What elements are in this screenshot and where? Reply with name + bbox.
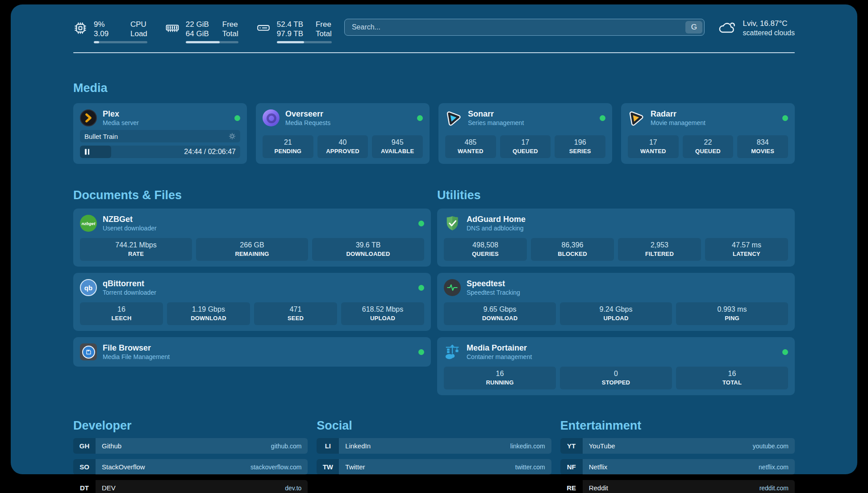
stat-tile: 471SEED	[254, 302, 337, 325]
nzbget-card[interactable]: nzbget NZBGet Usenet downloader 744.21 M…	[73, 209, 431, 267]
link-youtube[interactable]: YT YouTubeyoutube.com	[560, 438, 795, 454]
weather-widget: Lviv, 16.87°C scattered clouds	[717, 18, 795, 38]
sonarr-status-dot-online	[600, 115, 605, 121]
memory-total-value: 64 GiB	[186, 29, 210, 38]
stat-tile: 86,396BLOCKED	[531, 238, 614, 261]
memory-total-label: Total	[222, 29, 238, 38]
stat-tile: 47.57 msLATENCY	[705, 238, 788, 261]
speedtest-subtitle: Speedtest Tracking	[467, 288, 788, 297]
stat-tile: 39.6 TBDOWNLOADED	[312, 238, 424, 261]
utilities-column: Utilities AdGuard Home DNS and adblockin…	[437, 188, 795, 395]
disk-stat: 52.4 TB 97.9 TB Free Total	[256, 20, 332, 43]
memory-free-label: Free	[222, 20, 238, 29]
cpu-load-label: Load	[130, 29, 147, 38]
search-bar: G	[344, 19, 705, 36]
radarr-card[interactable]: Radarr Movie management 17WANTED 22QUEUE…	[621, 103, 795, 164]
link-dev[interactable]: DT DEVdev.to	[73, 480, 308, 493]
portainer-status-dot-online	[782, 349, 788, 355]
link-github[interactable]: GH Githubgithub.com	[73, 438, 308, 454]
sonarr-card[interactable]: Sonarr Series management 485WANTED 17QUE…	[438, 103, 612, 164]
stat-tile: 945AVAILABLE	[372, 135, 423, 158]
speedtest-card[interactable]: Speedtest Speedtest Tracking 9.65 GbpsDO…	[437, 273, 795, 331]
radarr-subtitle: Movie management	[651, 119, 776, 127]
stat-tile: 196SERIES	[555, 135, 605, 158]
stat-tile: 834MOVIES	[737, 135, 788, 158]
link-linkedin[interactable]: LI LinkedInlinkedin.com	[317, 438, 551, 454]
section-title-documents: Documents & Files	[73, 188, 431, 202]
filebrowser-status-dot-online	[418, 349, 424, 355]
memory-free-value: 22 GiB	[186, 20, 210, 29]
cpu-usage-value: 9%	[94, 20, 118, 29]
stat-tile: 17QUEUED	[500, 135, 551, 158]
system-stats: 9% 3.09 CPU Load	[73, 18, 332, 43]
cpu-progress-bar	[94, 41, 147, 43]
disk-free-value: 52.4 TB	[277, 20, 303, 29]
speedtest-icon	[444, 279, 461, 296]
dashboard: 9% 3.09 CPU Load	[11, 4, 857, 474]
nzbget-subtitle: Usenet downloader	[103, 224, 413, 232]
stat-tile: 40APPROVED	[317, 135, 368, 158]
section-title-developer: Developer	[73, 418, 308, 433]
stat-tile: 498,508QUERIES	[444, 238, 527, 261]
section-title-utilities: Utilities	[437, 188, 795, 202]
qbittorrent-subtitle: Torrent downloader	[103, 288, 413, 297]
disk-icon	[256, 20, 271, 43]
plex-progress-bar: 24:44 / 02:06:47	[80, 146, 240, 158]
overseerr-icon	[263, 109, 280, 126]
plex-status-dot-online	[234, 115, 240, 121]
search-input[interactable]	[344, 19, 705, 36]
disk-progress-bar	[277, 41, 332, 43]
entertainment-section: Entertainment YT YouTubeyoutube.com NF N…	[560, 418, 795, 493]
portainer-subtitle: Container management	[467, 353, 776, 361]
qbittorrent-icon: qb	[80, 279, 97, 296]
media-grid: Plex Media server Bullet Train	[73, 103, 795, 164]
stat-tile: 266 GBREMAINING	[196, 238, 308, 261]
qbittorrent-card[interactable]: qb qBittorrent Torrent downloader 16LEEC…	[73, 273, 431, 331]
adguard-title: AdGuard Home	[467, 214, 788, 224]
radarr-status-dot-online	[782, 115, 788, 121]
link-reddit[interactable]: RE Redditreddit.com	[560, 480, 795, 493]
cpu-stat: 9% 3.09 CPU Load	[73, 20, 147, 43]
adguard-icon	[444, 215, 461, 232]
stat-tile: 2,953FILTERED	[618, 238, 701, 261]
nzbget-title: NZBGet	[103, 214, 413, 224]
radarr-title: Radarr	[651, 109, 776, 119]
link-stackoverflow[interactable]: SO StackOverflowstackoverflow.com	[73, 459, 308, 475]
overseerr-card[interactable]: Overseerr Media Requests 21PENDING 40APP…	[256, 103, 430, 164]
section-title-social: Social	[317, 418, 551, 433]
qbittorrent-status-dot-online	[418, 285, 424, 291]
filebrowser-subtitle: Media File Management	[103, 353, 413, 361]
portainer-title: Media Portainer	[467, 343, 776, 353]
social-section: Social LI LinkedInlinkedin.com TW Twitte…	[317, 418, 551, 493]
pause-button[interactable]	[85, 149, 89, 155]
cloud-icon	[717, 19, 737, 37]
adguard-card[interactable]: AdGuard Home DNS and adblocking 498,508Q…	[437, 209, 795, 267]
radarr-icon	[628, 109, 645, 126]
plex-subtitle: Media server	[103, 119, 229, 127]
header-divider	[73, 52, 795, 53]
nzbget-status-dot-online	[418, 221, 424, 226]
stat-tile: 21PENDING	[263, 135, 313, 158]
portainer-card[interactable]: Media Portainer Container management 16R…	[437, 337, 795, 395]
memory-stat: 22 GiB 64 GiB Free Total	[165, 20, 238, 43]
sonarr-subtitle: Series management	[468, 119, 594, 127]
stat-tile: 9.24 GbpsUPLOAD	[560, 302, 672, 325]
weather-location: Lviv, 16.87°C	[743, 19, 795, 29]
weather-condition: scattered clouds	[743, 29, 795, 38]
search-engine-button[interactable]: G	[685, 21, 702, 33]
sonarr-title: Sonarr	[468, 109, 594, 119]
stat-tile: 0STOPPED	[560, 367, 672, 389]
link-twitter[interactable]: TW Twittertwitter.com	[317, 459, 551, 475]
plex-now-playing: Bullet Train	[84, 133, 118, 140]
stat-tile: 16TOTAL	[676, 367, 788, 389]
disk-total-label: Total	[316, 29, 332, 38]
overseerr-status-dot-online	[417, 115, 423, 121]
stat-tile: 0.993 msPING	[676, 302, 788, 325]
plex-card[interactable]: Plex Media server Bullet Train	[73, 103, 247, 164]
stat-tile: 17WANTED	[628, 135, 679, 158]
stat-tile: 618.52 MbpsUPLOAD	[341, 302, 424, 325]
disk-total-value: 97.9 TB	[277, 29, 303, 38]
settings-gear-icon[interactable]	[229, 133, 236, 140]
filebrowser-card[interactable]: File Browser Media File Management	[73, 337, 431, 367]
link-netflix[interactable]: NF Netflixnetflix.com	[560, 459, 795, 475]
